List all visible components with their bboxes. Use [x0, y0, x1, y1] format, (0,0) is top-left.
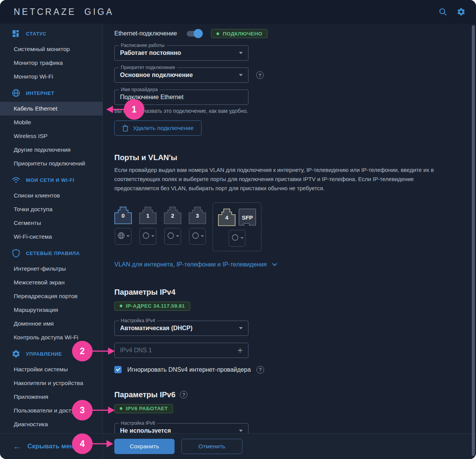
sidebar-item-диагностика[interactable]: Диагностика	[0, 417, 103, 431]
circle-icon	[167, 231, 175, 241]
status-dot-icon	[120, 407, 122, 410]
port-role-select[interactable]	[115, 228, 131, 245]
sidebar-section-header: СТАТУС	[0, 27, 103, 40]
sidebar-item-монитор-трафика[interactable]: Монитор трафика	[0, 56, 103, 70]
port-sfp[interactable]: SFP	[239, 204, 256, 226]
chevron-down-icon	[239, 327, 243, 329]
ipv4-dns-input[interactable]	[120, 347, 237, 354]
sidebar-item-приоритеты-подключений[interactable]: Приоритеты подключений	[0, 157, 103, 170]
globe-icon	[117, 231, 125, 241]
sidebar-section: СЕТЕВЫЕ ПРАВИЛАИнтернет-фильтрыМежсетево…	[0, 246, 103, 344]
save-button[interactable]: Сохранить	[114, 439, 175, 454]
arrow-left-icon: ←	[13, 442, 21, 451]
sidebar-item-маршрутизация[interactable]: Маршрутизация	[0, 303, 103, 317]
port-3[interactable]: 3	[189, 202, 206, 224]
help-icon[interactable]: ?	[256, 366, 264, 374]
ports-section-description: Если провайдер выдал вам номера VLAN для…	[114, 166, 454, 193]
port-1[interactable]: 1	[139, 202, 157, 224]
plus-icon[interactable]: +	[237, 346, 243, 355]
ipv4-dns-field[interactable]: +	[114, 343, 248, 358]
sidebar-section-header: СЕТЕВЫЕ ПРАВИЛА	[0, 246, 103, 260]
port-label: 3	[189, 212, 206, 219]
chevron-down-icon	[239, 52, 243, 54]
help-icon[interactable]: ?	[180, 391, 188, 398]
port-0[interactable]: 0	[114, 202, 132, 224]
sidebar-item-другие-подключения[interactable]: Другие подключения	[0, 143, 103, 157]
sidebar-section: ИНТЕРНЕТКабель EthernetMobileWireless IS…	[0, 86, 103, 170]
port-label: 2	[164, 212, 181, 219]
dashboard-icon	[11, 29, 21, 38]
sidebar-item-контроль-доступа-wi-fi[interactable]: Контроль доступа Wi-Fi	[0, 331, 103, 344]
globe-icon	[11, 88, 21, 98]
action-bar: Сохранить Отменить	[103, 433, 476, 459]
sidebar-item-межсетевой-экран[interactable]: Межсетевой экран	[0, 276, 103, 289]
port-role-select[interactable]	[229, 230, 245, 247]
sidebar-section: СТАТУССистемный мониторМонитор трафикаМо…	[0, 27, 103, 83]
port-group-combo: 4SFP	[213, 202, 261, 251]
delete-connection-button[interactable]: Удалить подключение	[114, 120, 202, 136]
ignore-dns-label: Игнорировать DNSv4 интернет-провайдера	[127, 366, 251, 373]
connection-title: Ethernet-подключение	[114, 30, 177, 37]
ignore-dns-checkbox[interactable]	[114, 366, 122, 373]
wifi-icon	[11, 175, 21, 185]
port-4[interactable]: 4	[218, 204, 236, 226]
chevron-down-icon	[201, 235, 204, 237]
sidebar-item-сегменты[interactable]: Сегменты	[0, 216, 103, 230]
priority-select[interactable]: Приоритет подключения Основное подключен…	[114, 67, 248, 83]
sidebar-item-приложения[interactable]: Приложения	[0, 390, 103, 404]
ipv4-setting-select[interactable]: Настройка IPv4 Автоматическая (DHCP)	[114, 321, 248, 336]
sidebar-item-накопители-и-устройства[interactable]: Накопители и устройства	[0, 376, 103, 390]
sidebar-item-переадресация-портов[interactable]: Переадресация портов	[0, 289, 103, 303]
port-label: SFP	[239, 214, 256, 221]
ipv6-status-badge: IPV6 РАБОТАЕТ	[114, 404, 173, 413]
vlan-settings-link[interactable]: VLAN для интернета, IP-телефонии и IP-те…	[114, 261, 276, 268]
chevron-down-icon	[240, 237, 244, 239]
sidebar-item-системный-монитор[interactable]: Системный монитор	[0, 42, 103, 56]
sidebar-item-пользователи-и-доступ[interactable]: Пользователи и доступ	[0, 404, 103, 417]
sidebar-item-монитор-wi-fi[interactable]: Монитор Wi-Fi	[0, 70, 103, 83]
ipv6-section-title: Параметры IPv6 ?	[114, 390, 454, 399]
ipv4-section-title: Параметры IPv4	[114, 288, 454, 297]
collapse-menu-label: Скрывать меню	[27, 443, 79, 450]
sidebar-item-mobile[interactable]: Mobile	[0, 116, 103, 129]
circle-icon	[191, 231, 200, 241]
sidebar-nav: СТАТУССистемный мониторМонитор трафикаМо…	[0, 24, 103, 433]
sidebar-item-кабель-ethernet[interactable]: Кабель Ethernet	[0, 102, 103, 116]
sidebar-section-label: СЕТЕВЫЕ ПРАВИЛА	[26, 250, 80, 256]
port-label: 4	[218, 214, 236, 221]
cancel-button[interactable]: Отменить	[181, 439, 242, 454]
sidebar-section: УПРАВЛЕНИЕНастройки системыНакопители и …	[0, 347, 103, 431]
sidebar-item-настройки-системы[interactable]: Настройки системы	[0, 363, 103, 376]
chevron-down-icon	[239, 74, 243, 76]
search-icon[interactable]	[438, 7, 448, 17]
chevron-down-icon	[272, 262, 277, 266]
sidebar-item-wireless-isp[interactable]: Wireless ISP	[0, 129, 103, 143]
app-window: NETCRAZE GIGA СТАТУССистемный мониторМон…	[0, 0, 476, 459]
main-content: Ethernet-подключение ПОДКЛЮЧЕНО Расписан…	[103, 24, 476, 459]
gear-icon[interactable]	[456, 7, 466, 17]
sidebar-item-доменное-имя[interactable]: Доменное имя	[0, 317, 103, 331]
sidebar: СТАТУССистемный мониторМонитор трафикаМо…	[0, 24, 103, 459]
sidebar-item-точки-доступа[interactable]: Точки доступа	[0, 202, 103, 216]
sidebar-section-header: ИНТЕРНЕТ	[0, 86, 103, 100]
port-2[interactable]: 2	[164, 202, 181, 224]
help-icon[interactable]: ?	[256, 71, 264, 79]
port-role-select[interactable]	[164, 228, 181, 245]
sidebar-item-списки-клиентов[interactable]: Списки клиентов	[0, 189, 103, 202]
sidebar-item-wi-fi-система[interactable]: Wi-Fi-система	[0, 230, 103, 244]
connection-toggle[interactable]	[187, 30, 202, 37]
collapse-menu-button[interactable]: ← Скрывать меню	[0, 433, 103, 459]
port-role-select[interactable]	[139, 228, 156, 245]
schedule-select[interactable]: Расписание работы Работает постоянно	[114, 45, 248, 61]
status-dot-icon	[120, 305, 122, 307]
circle-icon	[142, 231, 150, 241]
port-role-select[interactable]	[189, 228, 206, 245]
sidebar-section-label: УПРАВЛЕНИЕ	[26, 351, 62, 357]
sidebar-item-интернет-фильтры[interactable]: Интернет-фильтры	[0, 262, 103, 276]
provider-name-field[interactable]: Имя провайдера	[114, 90, 248, 105]
vertical-scrollbar[interactable]	[472, 25, 475, 456]
ipv6-setting-select[interactable]: Настройка IPv6 Не используется	[114, 423, 248, 433]
provider-name-input[interactable]	[120, 94, 243, 101]
chevron-down-icon	[239, 430, 243, 432]
chevron-down-icon	[151, 235, 154, 237]
